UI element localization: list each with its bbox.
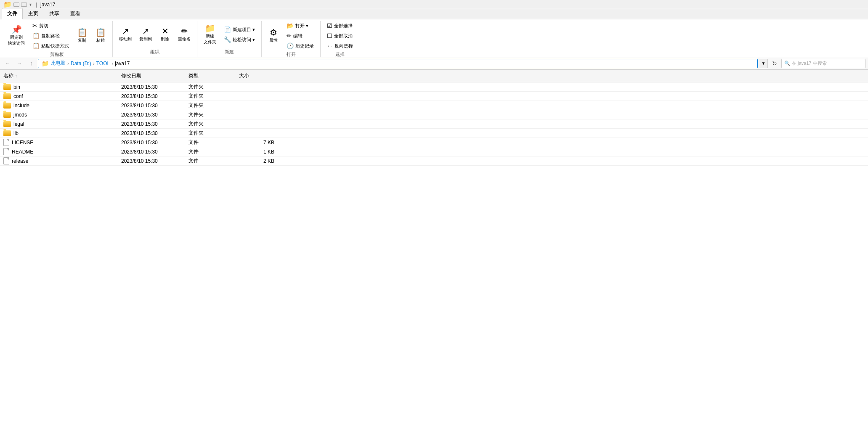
file-name-cell: release xyxy=(0,157,118,164)
history-label: 历史记录 xyxy=(295,43,314,49)
pin-quickaccess-btn[interactable]: 📌 固定到快速访问 xyxy=(5,23,28,48)
copy-btn[interactable]: 📋 复制 xyxy=(74,26,90,45)
file-type-cell: 文件 xyxy=(185,148,236,155)
col-header-name[interactable]: 名称 ↑ xyxy=(0,71,118,81)
file-name-cell: LICENSE xyxy=(0,139,118,146)
file-name: jmods xyxy=(13,112,27,118)
delete-icon: ✕ xyxy=(162,27,169,35)
file-icon xyxy=(3,139,9,146)
forward-btn[interactable]: → xyxy=(14,59,24,68)
address-path[interactable]: 📁 此电脑 › Data (D:) › TOOL › java17 xyxy=(38,59,758,68)
deselect-all-btn[interactable]: ☐ 全部取消 xyxy=(324,31,356,40)
breadcrumb-pc[interactable]: 此电脑 xyxy=(50,60,66,67)
tab-home[interactable]: 主页 xyxy=(23,8,44,19)
file-name-cell: bin xyxy=(0,84,118,90)
tab-share[interactable]: 共享 xyxy=(44,8,65,19)
move-to-btn[interactable]: ↗ 移动到 xyxy=(116,25,135,44)
new-folder-icon: 📁 xyxy=(205,24,215,32)
open-icon: 📂 xyxy=(287,22,294,29)
file-date-cell: 2023/8/10 15:30 xyxy=(118,112,185,118)
tab-view[interactable]: 查看 xyxy=(65,8,86,19)
undo-btn[interactable] xyxy=(13,3,19,7)
move-icon: ↗ xyxy=(122,27,129,35)
table-row[interactable]: lib 2023/8/10 15:30 文件夹 xyxy=(0,129,868,138)
file-icon xyxy=(3,157,9,164)
edit-btn[interactable]: ✏ 编辑 xyxy=(284,31,317,40)
copy-to-btn[interactable]: ↗ 复制到 xyxy=(136,25,155,44)
address-dropdown[interactable]: ▼ xyxy=(759,59,768,68)
new-buttons: 📁 新建文件夹 📄 新建项目 ▾ 🔧 轻松访问 ▾ xyxy=(201,21,258,48)
paste-icon: 📋 xyxy=(96,28,106,37)
copy-path-icon: 📋 xyxy=(32,32,40,39)
quick-access-dropdown[interactable]: ▼ xyxy=(29,3,32,7)
rename-label: 重命名 xyxy=(178,36,191,42)
organize-buttons: ↗ 移动到 ↗ 复制到 ✕ 删除 ✏ 重命名 xyxy=(116,21,194,48)
breadcrumb-tool[interactable]: TOOL xyxy=(96,61,110,66)
col-header-type[interactable]: 类型 xyxy=(185,71,236,81)
history-icon: 🕐 xyxy=(287,42,294,49)
cut-icon: ✂ xyxy=(32,22,37,29)
file-type-cell: 文件 xyxy=(185,139,236,146)
folder-icon xyxy=(3,121,11,127)
table-row[interactable]: jmods 2023/8/10 15:30 文件夹 xyxy=(0,110,868,119)
folder-icon xyxy=(3,112,11,118)
delete-label: 删除 xyxy=(161,36,169,42)
rename-btn[interactable]: ✏ 重命名 xyxy=(175,25,194,44)
paste-btn[interactable]: 📋 粘贴 xyxy=(92,26,109,45)
file-date-cell: 2023/8/10 15:30 xyxy=(118,121,185,127)
redo-btn[interactable] xyxy=(21,3,27,7)
back-btn[interactable]: ← xyxy=(3,59,13,68)
easy-access-btn[interactable]: 🔧 轻松访问 ▾ xyxy=(221,35,258,44)
file-name-cell: legal xyxy=(0,121,118,127)
table-row[interactable]: release 2023/8/10 15:30 文件 2 KB xyxy=(0,156,868,166)
properties-btn[interactable]: ⚙ 属性 xyxy=(265,26,282,45)
title-bar: 📁 ▼ | java17 xyxy=(0,0,868,9)
folder-title-icon: 📁 xyxy=(3,0,12,8)
up-btn[interactable]: ↑ xyxy=(26,59,36,68)
file-icon xyxy=(3,148,9,155)
properties-icon: ⚙ xyxy=(270,28,277,37)
pin-icon: 📌 xyxy=(11,25,22,34)
table-row[interactable]: include 2023/8/10 15:30 文件夹 xyxy=(0,101,868,110)
new-folder-btn[interactable]: 📁 新建文件夹 xyxy=(201,22,219,47)
main-area: 名称 ↑ 修改日期 类型 大小 bin 2023/8/10 15:30 文件夹 … xyxy=(0,70,868,445)
window-title: java17 xyxy=(40,2,55,8)
edit-label: 编辑 xyxy=(293,33,303,39)
file-name-cell: include xyxy=(0,103,118,109)
open-group-label: 打开 xyxy=(287,50,296,59)
table-row[interactable]: LICENSE 2023/8/10 15:30 文件 7 KB xyxy=(0,138,868,147)
table-row[interactable]: README 2023/8/10 15:30 文件 1 KB xyxy=(0,147,868,156)
select-all-btn[interactable]: ☑ 全部选择 xyxy=(324,21,356,30)
folder-icon xyxy=(3,93,11,99)
clipboard-group-label: 剪贴板 xyxy=(50,50,64,59)
paste-shortcut-btn[interactable]: 📋 粘贴快捷方式 xyxy=(29,41,72,50)
organize-group-label: 组织 xyxy=(150,48,159,57)
cut-label: 剪切 xyxy=(39,23,48,29)
table-row[interactable]: conf 2023/8/10 15:30 文件夹 xyxy=(0,92,868,101)
file-date-cell: 2023/8/10 15:30 xyxy=(118,158,185,164)
open-btn[interactable]: 📂 打开 ▾ xyxy=(284,21,317,30)
pin-label: 固定到快速访问 xyxy=(8,34,25,46)
file-date-cell: 2023/8/10 15:30 xyxy=(118,93,185,99)
invert-selection-btn[interactable]: ↔ 反向选择 xyxy=(324,41,356,50)
col-header-size[interactable]: 大小 xyxy=(236,71,278,81)
history-btn[interactable]: 🕐 历史记录 xyxy=(284,41,317,50)
cut-btn[interactable]: ✂ 剪切 xyxy=(29,21,72,30)
table-row[interactable]: bin 2023/8/10 15:30 文件夹 xyxy=(0,82,868,92)
ribbon-group-organize: ↗ 移动到 ↗ 复制到 ✕ 删除 ✏ 重命名 组织 xyxy=(113,21,197,57)
select-buttons: ☑ 全部选择 ☐ 全部取消 ↔ 反向选择 xyxy=(324,21,356,50)
tab-file[interactable]: 文件 xyxy=(2,8,23,19)
search-box[interactable]: 🔍 在 java17 中搜索 xyxy=(781,59,865,68)
refresh-btn[interactable]: ↻ xyxy=(770,59,780,68)
table-row[interactable]: legal 2023/8/10 15:30 文件夹 xyxy=(0,119,868,129)
paste-label: 粘贴 xyxy=(96,37,105,43)
open-label: 打开 ▾ xyxy=(295,23,308,29)
delete-btn[interactable]: ✕ 删除 xyxy=(157,25,173,44)
breadcrumb-drive[interactable]: Data (D:) xyxy=(71,61,91,66)
col-header-date[interactable]: 修改日期 xyxy=(118,71,185,81)
breadcrumb-current[interactable]: java17 xyxy=(115,61,130,66)
file-date-cell: 2023/8/10 15:30 xyxy=(118,140,185,146)
copy-path-btn[interactable]: 📋 复制路径 xyxy=(29,31,72,40)
col-size-label: 大小 xyxy=(239,72,249,79)
new-item-btn[interactable]: 📄 新建项目 ▾ xyxy=(221,25,258,34)
